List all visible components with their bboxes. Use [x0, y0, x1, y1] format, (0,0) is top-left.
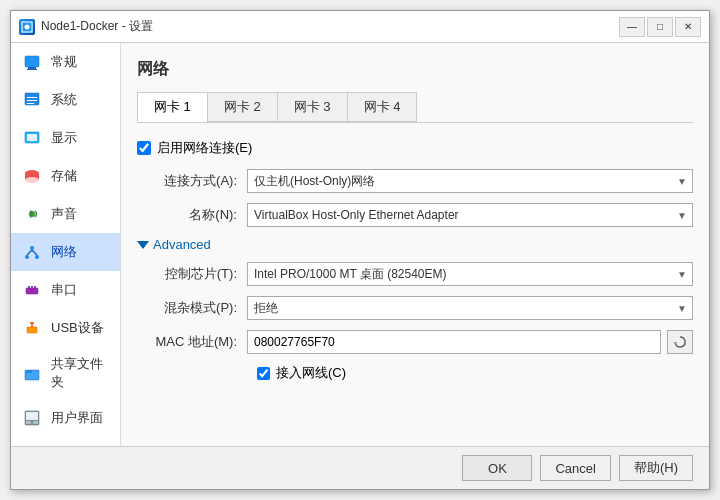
svg-line-20 [32, 250, 37, 255]
name-row: 名称(N): VirtualBox Host-Only Ethernet Ada… [137, 203, 693, 227]
close-button[interactable]: ✕ [675, 17, 701, 37]
sidebar-item-ui[interactable]: 用户界面 [11, 399, 120, 437]
audio-icon [21, 203, 43, 225]
connection-select-wrapper: 仅主机(Host-Only)网络网络地址转换(NAT)桥接网卡内部网络 ▼ [247, 169, 693, 193]
ok-button[interactable]: OK [462, 455, 532, 481]
mac-input[interactable] [247, 330, 661, 354]
display-icon [21, 127, 43, 149]
serial-icon [21, 279, 43, 301]
main-area: 网络 网卡 1网卡 2网卡 3网卡 4 启用网络连接(E) 连接方式(A): 仅… [121, 43, 709, 446]
nic-select[interactable]: Intel PRO/1000 MT 桌面 (82540EM)Intel PRO/… [247, 262, 693, 286]
maximize-button[interactable]: □ [647, 17, 673, 37]
promiscuous-row: 混杂模式(P): 拒绝允许虚拟机全部允许 ▼ [137, 296, 693, 320]
window-controls: — □ ✕ [619, 17, 701, 37]
promiscuous-label: 混杂模式(P): [137, 299, 247, 317]
minimize-button[interactable]: — [619, 17, 645, 37]
sidebar: 常规系统显示存储声音网络串口USB设备共享文件夹用户界面 [11, 43, 121, 446]
enable-network-checkbox[interactable] [137, 141, 151, 155]
svg-rect-28 [26, 412, 38, 420]
mac-generate-button[interactable] [667, 330, 693, 354]
name-control: VirtualBox Host-Only Ethernet Adapter ▼ [247, 203, 693, 227]
nic-label: 控制芯片(T): [137, 265, 247, 283]
name-select-wrapper: VirtualBox Host-Only Ethernet Adapter ▼ [247, 203, 693, 227]
connection-select[interactable]: 仅主机(Host-Only)网络网络地址转换(NAT)桥接网卡内部网络 [247, 169, 693, 193]
svg-rect-11 [27, 134, 37, 141]
advanced-toggle[interactable]: Advanced [137, 237, 693, 252]
svg-rect-5 [27, 69, 37, 70]
system-icon [21, 89, 43, 111]
footer-buttons: OK Cancel 帮助(H) [11, 446, 709, 489]
cable-checkbox[interactable] [257, 367, 270, 380]
sidebar-item-usb[interactable]: USB设备 [11, 309, 120, 347]
sidebar-item-serial-label: 串口 [51, 281, 77, 299]
promiscuous-control: 拒绝允许虚拟机全部允许 ▼ [247, 296, 693, 320]
mac-input-row [247, 330, 693, 354]
svg-point-2 [25, 24, 30, 29]
name-select[interactable]: VirtualBox Host-Only Ethernet Adapter [247, 203, 693, 227]
svg-rect-30 [33, 421, 38, 424]
enable-network-label: 启用网络连接(E) [157, 139, 252, 157]
mac-label: MAC 地址(M): [137, 333, 247, 351]
svg-rect-3 [25, 56, 39, 67]
sidebar-item-network-label: 网络 [51, 243, 77, 261]
sidebar-item-network[interactable]: 网络 [11, 233, 120, 271]
settings-window: Node1-Docker - 设置 — □ ✕ 常规系统显示存储声音网络串口US… [10, 10, 710, 490]
svg-marker-31 [673, 343, 678, 345]
tab-nic1[interactable]: 网卡 1 [137, 92, 208, 122]
svg-point-16 [30, 246, 34, 250]
advanced-triangle-icon [137, 241, 149, 249]
section-title: 网络 [137, 59, 693, 80]
sidebar-item-storage[interactable]: 存储 [11, 157, 120, 195]
cancel-button[interactable]: Cancel [540, 455, 610, 481]
app-icon [19, 19, 35, 35]
svg-point-17 [25, 255, 29, 259]
cable-row: 接入网线(C) [257, 364, 693, 382]
svg-rect-21 [26, 288, 38, 294]
sidebar-item-general[interactable]: 常规 [11, 43, 120, 81]
tab-nic3[interactable]: 网卡 3 [277, 92, 348, 122]
sidebar-item-storage-label: 存储 [51, 167, 77, 185]
sidebar-item-system-label: 系统 [51, 91, 77, 109]
refresh-icon [673, 335, 687, 349]
enable-network-row: 启用网络连接(E) [137, 139, 693, 157]
advanced-label: Advanced [153, 237, 211, 252]
svg-rect-7 [27, 100, 37, 101]
sidebar-item-shared-label: 共享文件夹 [51, 355, 110, 391]
svg-rect-8 [27, 97, 37, 98]
usb-icon [21, 317, 43, 339]
promiscuous-select-wrapper: 拒绝允许虚拟机全部允许 ▼ [247, 296, 693, 320]
sidebar-item-display[interactable]: 显示 [11, 119, 120, 157]
sidebar-item-audio[interactable]: 声音 [11, 195, 120, 233]
connection-label: 连接方式(A): [137, 172, 247, 190]
sidebar-item-audio-label: 声音 [51, 205, 77, 223]
shared-icon [21, 362, 43, 384]
title-bar: Node1-Docker - 设置 — □ ✕ [11, 11, 709, 43]
promiscuous-select[interactable]: 拒绝允许虚拟机全部允许 [247, 296, 693, 320]
nic-row: 控制芯片(T): Intel PRO/1000 MT 桌面 (82540EM)I… [137, 262, 693, 286]
tab-nic4[interactable]: 网卡 4 [347, 92, 418, 122]
tab-nic2[interactable]: 网卡 2 [207, 92, 278, 122]
sidebar-item-system[interactable]: 系统 [11, 81, 120, 119]
general-icon [21, 51, 43, 73]
virtualbox-icon-svg [21, 21, 33, 33]
connection-control: 仅主机(Host-Only)网络网络地址转换(NAT)桥接网卡内部网络 ▼ [247, 169, 693, 193]
tab-bar: 网卡 1网卡 2网卡 3网卡 4 [137, 92, 693, 123]
svg-rect-25 [27, 327, 37, 333]
sidebar-item-serial[interactable]: 串口 [11, 271, 120, 309]
svg-point-14 [25, 177, 39, 183]
svg-point-18 [35, 255, 39, 259]
network-icon [21, 241, 43, 263]
mac-control [247, 330, 693, 354]
svg-line-19 [27, 250, 32, 255]
sidebar-item-usb-label: USB设备 [51, 319, 104, 337]
svg-rect-29 [26, 421, 31, 424]
sidebar-item-shared[interactable]: 共享文件夹 [11, 347, 120, 399]
sidebar-item-display-label: 显示 [51, 129, 77, 147]
storage-icon [21, 165, 43, 187]
nic-select-wrapper: Intel PRO/1000 MT 桌面 (82540EM)Intel PRO/… [247, 262, 693, 286]
nic-control: Intel PRO/1000 MT 桌面 (82540EM)Intel PRO/… [247, 262, 693, 286]
sidebar-item-general-label: 常规 [51, 53, 77, 71]
help-button[interactable]: 帮助(H) [619, 455, 693, 481]
sidebar-item-ui-label: 用户界面 [51, 409, 103, 427]
window-content: 常规系统显示存储声音网络串口USB设备共享文件夹用户界面 网络 网卡 1网卡 2… [11, 43, 709, 446]
